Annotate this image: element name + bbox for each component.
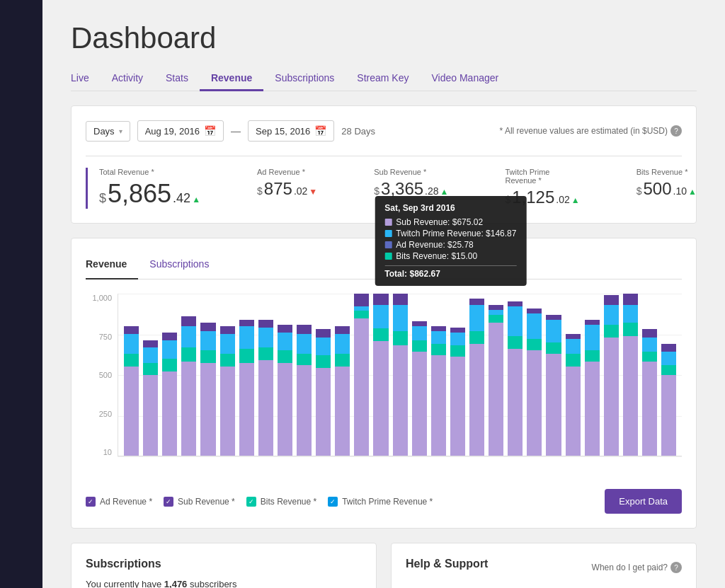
total-main-num: 5,865 — [108, 179, 171, 209]
bar-segment-bits — [143, 363, 158, 374]
chart-tab-revenue[interactable]: Revenue — [86, 253, 138, 279]
chart-tab-subscriptions[interactable]: Subscriptions — [138, 253, 220, 279]
period-select[interactable]: Days ▾ — [86, 121, 130, 142]
bar-group[interactable]: Sat, Sep 3rd 2016Sub Revenue: $675.02Twi… — [489, 294, 503, 456]
tab-video-manager[interactable]: Video Manager — [420, 67, 510, 91]
sub-dollar-sign: $ — [374, 185, 379, 197]
bar-group[interactable] — [278, 294, 292, 456]
bar-group[interactable] — [604, 294, 619, 456]
legend-ad-revenue[interactable]: ✓ Ad Revenue * — [86, 497, 152, 507]
page-title: Dashboard — [71, 21, 697, 55]
bar-segment-bits — [450, 345, 465, 357]
bar-group[interactable] — [162, 294, 177, 456]
bits-revenue-stat: Bits Revenue * $ 500 .10 ▲ — [636, 168, 697, 199]
bar-segment-ad — [220, 326, 235, 334]
revenue-help-icon[interactable]: ? — [670, 125, 682, 137]
bar-segment-bits — [604, 325, 619, 338]
bar-group[interactable] — [431, 294, 446, 456]
legend-bits-revenue[interactable]: ✓ Bits Revenue * — [246, 497, 316, 507]
bar-group[interactable] — [354, 294, 369, 456]
bar-segment-bits — [642, 352, 657, 362]
y-label-250: 250 — [99, 410, 112, 418]
bar-segment-bits — [220, 354, 235, 367]
prime-dollar-sign: $ — [505, 194, 510, 205]
bar-segment-ad — [181, 316, 196, 326]
bar-segment-prime — [469, 305, 484, 331]
bar-segment-sub — [566, 367, 581, 456]
tab-stats[interactable]: Stats — [154, 67, 200, 91]
bar-group[interactable] — [393, 294, 408, 456]
start-date-input[interactable]: Aug 19, 2016 📅 — [137, 120, 224, 142]
legend-checkbox-ad[interactable]: ✓ — [86, 497, 96, 507]
bar-segment-bits — [566, 354, 581, 367]
bar-group[interactable] — [258, 294, 273, 456]
sub-revenue-label: Sub Revenue * — [374, 168, 448, 176]
when-paid-section: When do I get paid? ? — [592, 562, 682, 573]
bar-segment-prime — [566, 339, 581, 354]
bar-segment-bits — [316, 355, 331, 368]
revenue-note: * All revenue values are estimated (in $… — [500, 125, 682, 137]
when-paid-help-icon[interactable]: ? — [670, 562, 682, 573]
bar-segment-prime — [258, 328, 273, 347]
prime-cents: .02 — [556, 194, 569, 205]
bar-group[interactable] — [642, 294, 657, 456]
chart-y-axis: 1,000 750 500 250 10 — [86, 294, 118, 456]
tab-live[interactable]: Live — [71, 67, 101, 91]
bottom-cards: Subscriptions You currently have 1,476 s… — [71, 543, 697, 588]
bar-segment-sub — [162, 371, 177, 456]
bar-group[interactable] — [661, 294, 676, 456]
bar-group[interactable] — [623, 294, 638, 456]
tab-revenue[interactable]: Revenue — [200, 67, 263, 91]
bar-segment-ad — [546, 315, 561, 320]
bar-segment-ad — [200, 323, 215, 330]
total-cents: .42 — [173, 191, 190, 206]
bar-group[interactable] — [508, 294, 523, 456]
bar-segment-sub — [297, 365, 312, 456]
bar-group[interactable] — [469, 294, 484, 456]
bar-group[interactable] — [527, 294, 542, 456]
bar-group[interactable] — [412, 294, 427, 456]
revenue-stats: Total Revenue * $ 5,865 .42 ▲ Ad Revenue… — [86, 156, 682, 209]
bar-segment-prime — [297, 334, 312, 353]
calendar-icon: 📅 — [204, 125, 216, 137]
bar-group[interactable] — [566, 294, 581, 456]
legend-prime-revenue[interactable]: ✓ Twitch Prime Revenue * — [328, 497, 433, 507]
legend-checkbox-sub[interactable]: ✓ — [164, 497, 173, 507]
y-label-500: 500 — [99, 371, 112, 379]
bar-group[interactable] — [450, 294, 465, 456]
bar-segment-ad — [642, 329, 657, 337]
bar-segment-prime — [431, 331, 446, 344]
bar-segment-ad — [450, 328, 465, 333]
tab-activity[interactable]: Activity — [101, 67, 154, 91]
bar-segment-ad — [527, 309, 542, 313]
legend-checkbox-bits[interactable]: ✓ — [246, 497, 256, 507]
subscriptions-card: Subscriptions You currently have 1,476 s… — [71, 543, 377, 588]
bar-group[interactable] — [335, 294, 350, 456]
legend-checkbox-prime[interactable]: ✓ — [328, 497, 338, 507]
bar-group[interactable] — [124, 294, 139, 456]
bar-group[interactable] — [316, 294, 331, 456]
bar-group[interactable] — [373, 294, 388, 456]
end-date-input[interactable]: Sep 15, 2016 📅 — [248, 120, 334, 142]
bar-group[interactable] — [181, 294, 196, 456]
bar-group[interactable] — [239, 294, 254, 456]
bar-segment-prime — [604, 305, 619, 324]
legend-sub-revenue[interactable]: ✓ Sub Revenue * — [164, 497, 235, 507]
prime-main-num: 1,125 — [512, 188, 554, 207]
bar-group[interactable] — [143, 294, 158, 456]
ad-cents: .02 — [294, 185, 307, 197]
bar-segment-ad — [373, 294, 388, 305]
bar-group[interactable] — [546, 294, 561, 456]
total-dollar-sign: $ — [99, 191, 106, 206]
bar-segment-sub — [623, 336, 638, 456]
bar-segment-ad — [258, 320, 273, 328]
tab-stream-key[interactable]: Stream Key — [346, 67, 420, 91]
bar-segment-bits — [162, 359, 177, 371]
tab-subscriptions[interactable]: Subscriptions — [263, 67, 346, 91]
bar-group[interactable] — [585, 294, 600, 456]
bar-group[interactable] — [200, 294, 215, 456]
bar-segment-prime — [412, 326, 427, 341]
export-data-button[interactable]: Export Data — [605, 489, 682, 514]
bar-group[interactable] — [220, 294, 235, 456]
bar-group[interactable] — [297, 294, 312, 456]
